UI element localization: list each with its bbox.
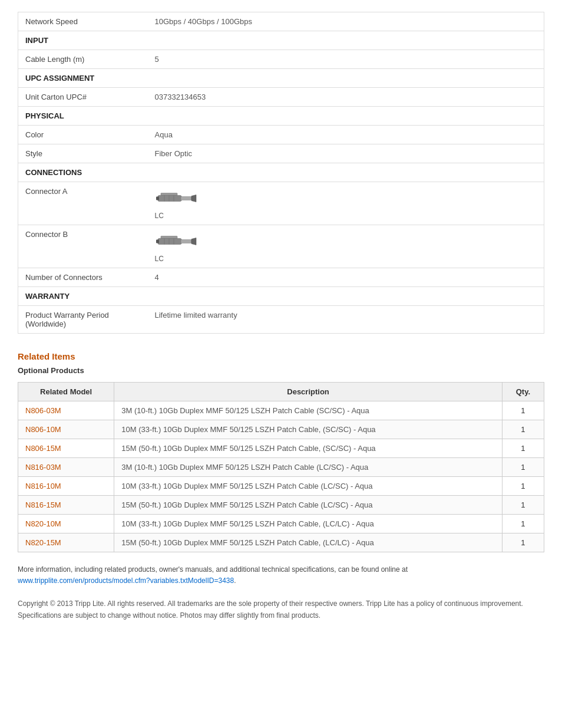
related-description: 3M (10-ft.) 10Gb Duplex MMF 50/125 LSZH … [114, 458, 503, 477]
svg-rect-9 [161, 236, 177, 239]
svg-rect-0 [158, 196, 181, 202]
spec-value: 10Gbps / 40Gbps / 100Gbps [148, 12, 544, 31]
table-row: N816-03M3M (10-ft.) 10Gb Duplex MMF 50/1… [18, 458, 544, 477]
svg-rect-8 [158, 239, 181, 245]
table-row: N806-10M10M (33-ft.) 10Gb Duplex MMF 50/… [18, 420, 544, 439]
related-model[interactable]: N816-03M [18, 458, 114, 477]
related-qty: 1 [502, 515, 544, 533]
svg-rect-2 [181, 197, 191, 200]
table-row: N816-15M15M (50-ft.) 10Gb Duplex MMF 50/… [18, 496, 544, 515]
section-header: INPUT [18, 31, 544, 50]
table-row: N820-15M15M (50-ft.) 10Gb Duplex MMF 50/… [18, 533, 544, 552]
related-description: 15M (50-ft.) 10Gb Duplex MMF 50/125 LSZH… [114, 439, 503, 458]
related-description: 10M (33-ft.) 10Gb Duplex MMF 50/125 LSZH… [114, 420, 503, 439]
spec-label: Unit Carton UPC# [18, 88, 148, 107]
table-row: N806-03M3M (10-ft.) 10Gb Duplex MMF 50/1… [18, 401, 544, 420]
spec-value: Fiber Optic [148, 144, 544, 163]
related-items-table: Related Model Description Qty. N806-03M3… [18, 382, 544, 552]
related-model[interactable]: N806-15M [18, 439, 114, 458]
connector-label: LC [155, 212, 164, 220]
related-qty: 1 [502, 496, 544, 515]
table-row: N816-10M10M (33-ft.) 10Gb Duplex MMF 50/… [18, 477, 544, 496]
footer-link[interactable]: www.tripplite.com/en/products/model.cfm?… [18, 577, 234, 585]
connector-value: LC [148, 225, 544, 268]
copyright-text: Copyright © 2013 Tripp Lite. All rights … [18, 598, 544, 621]
related-model[interactable]: N820-15M [18, 533, 114, 552]
related-items-title: Related Items [18, 351, 544, 361]
related-qty: 1 [502, 420, 544, 439]
svg-rect-12 [156, 240, 159, 243]
svg-rect-1 [161, 193, 177, 196]
spec-label: Color [18, 126, 148, 144]
table-row: N806-15M15M (50-ft.) 10Gb Duplex MMF 50/… [18, 439, 544, 458]
footer-info-text: More information, including related prod… [18, 565, 408, 574]
section-header: CONNECTIONS [18, 163, 544, 182]
table-row: N820-10M10M (33-ft.) 10Gb Duplex MMF 50/… [18, 515, 544, 533]
related-qty: 1 [502, 458, 544, 477]
related-qty: 1 [502, 533, 544, 552]
col-header-description: Description [114, 383, 503, 401]
spec-value: 4 [148, 268, 544, 287]
spec-value: 5 [148, 50, 544, 69]
connector-icon [155, 187, 202, 210]
related-model[interactable]: N820-10M [18, 515, 114, 533]
related-description: 15M (50-ft.) 10Gb Duplex MMF 50/125 LSZH… [114, 533, 503, 552]
svg-marker-3 [191, 195, 196, 202]
spec-label: Connector B [18, 225, 148, 268]
col-header-model: Related Model [18, 383, 114, 401]
related-model[interactable]: N806-03M [18, 401, 114, 420]
spec-value: 037332134653 [148, 88, 544, 107]
connector-label: LC [155, 255, 164, 263]
related-qty: 1 [502, 477, 544, 496]
connector-value: LC [148, 182, 544, 225]
spec-value: Lifetime limited warranty [148, 306, 544, 334]
related-model[interactable]: N806-10M [18, 420, 114, 439]
spec-label: Network Speed [18, 12, 148, 31]
related-description: 15M (50-ft.) 10Gb Duplex MMF 50/125 LSZH… [114, 496, 503, 515]
related-description: 10M (33-ft.) 10Gb Duplex MMF 50/125 LSZH… [114, 477, 503, 496]
section-header: PHYSICAL [18, 107, 544, 126]
spec-label: Product Warranty Period (Worldwide) [18, 306, 148, 334]
related-qty: 1 [502, 439, 544, 458]
section-header: WARRANTY [18, 287, 544, 306]
optional-products-label: Optional Products [18, 366, 544, 375]
spec-label: Cable Length (m) [18, 50, 148, 69]
svg-rect-4 [156, 197, 159, 200]
spec-label: Style [18, 144, 148, 163]
related-description: 3M (10-ft.) 10Gb Duplex MMF 50/125 LSZH … [114, 401, 503, 420]
related-qty: 1 [502, 401, 544, 420]
footer-info: More information, including related prod… [18, 564, 544, 587]
spec-label: Number of Connectors [18, 268, 148, 287]
specs-table: Network Speed10Gbps / 40Gbps / 100GbpsIN… [18, 12, 544, 334]
related-model[interactable]: N816-15M [18, 496, 114, 515]
svg-rect-10 [181, 240, 191, 243]
related-description: 10M (33-ft.) 10Gb Duplex MMF 50/125 LSZH… [114, 515, 503, 533]
col-header-qty: Qty. [502, 383, 544, 401]
related-model[interactable]: N816-10M [18, 477, 114, 496]
svg-marker-11 [191, 238, 196, 245]
section-header: UPC ASSIGNMENT [18, 69, 544, 88]
spec-value: Aqua [148, 126, 544, 144]
spec-label: Connector A [18, 182, 148, 225]
connector-icon [155, 230, 202, 253]
